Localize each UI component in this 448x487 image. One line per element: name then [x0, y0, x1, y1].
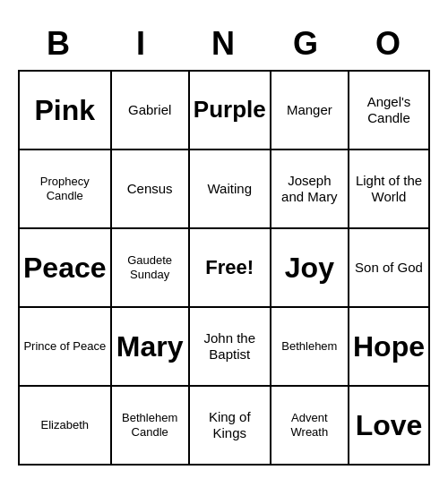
bingo-cell: Joseph and Mary — [271, 150, 349, 229]
bingo-cell: Son of God — [349, 229, 430, 308]
bingo-cell: Census — [112, 150, 190, 229]
bingo-cell: Free! — [190, 229, 271, 308]
bingo-cell: Bethlehem Candle — [112, 387, 190, 466]
bingo-cell: Waiting — [190, 150, 271, 229]
bingo-cell: Purple — [190, 72, 271, 150]
bingo-cell: Joy — [271, 229, 349, 308]
bingo-cell: Pink — [20, 72, 112, 150]
bingo-cell: Gaudete Sunday — [112, 229, 190, 308]
bingo-cell: Prince of Peace — [20, 308, 112, 387]
bingo-cell: Prophecy Candle — [20, 150, 112, 229]
bingo-cell: Manger — [271, 72, 349, 150]
header-letter: I — [100, 21, 183, 66]
bingo-cell: John the Baptist — [190, 308, 271, 387]
bingo-cell: Elizabeth — [20, 387, 112, 466]
bingo-cell: Bethlehem — [271, 308, 349, 387]
bingo-cell: King of Kings — [190, 387, 271, 466]
bingo-cell: Gabriel — [112, 72, 190, 150]
bingo-cell: Angel's Candle — [349, 72, 430, 150]
header-letter: N — [183, 21, 265, 66]
bingo-header: BINGO — [18, 21, 430, 66]
bingo-grid: PinkGabrielPurpleMangerAngel's CandlePro… — [18, 70, 430, 466]
header-letter: B — [18, 21, 100, 66]
bingo-card: BINGO PinkGabrielPurpleMangerAngel's Can… — [9, 13, 439, 474]
header-letter: O — [348, 21, 430, 66]
bingo-cell: Hope — [349, 308, 430, 387]
bingo-cell: Advent Wreath — [271, 387, 349, 466]
bingo-cell: Mary — [112, 308, 190, 387]
bingo-cell: Light of the World — [349, 150, 430, 229]
bingo-cell: Love — [349, 387, 430, 466]
header-letter: G — [265, 21, 348, 66]
bingo-cell: Peace — [20, 229, 112, 308]
